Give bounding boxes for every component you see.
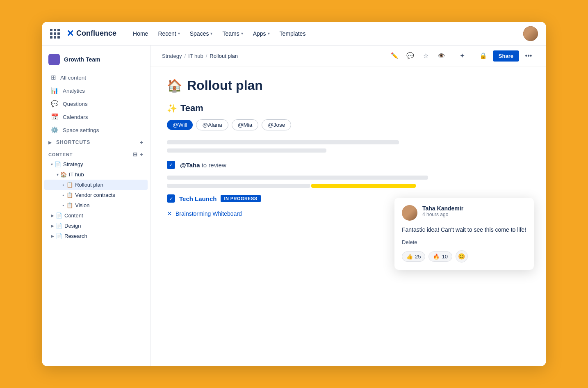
breadcrumb-bar: Strategy / IT hub / Rollout plan ✏️ 💬 ☆ … xyxy=(150,46,546,66)
analytics-icon: 📊 xyxy=(51,87,59,94)
bullet-icon: ● xyxy=(62,204,64,207)
comment-reactions: 👍 25 🔥 10 😊 xyxy=(402,250,526,262)
tree-item-ithub[interactable]: ▾ 🏠 IT hub xyxy=(44,169,148,180)
app-switcher-icon[interactable] xyxy=(50,29,60,39)
nav-apps[interactable]: Apps ▾ xyxy=(249,28,274,39)
tree-item-strategy[interactable]: ▾ 📄 Strategy xyxy=(44,159,148,169)
comment-avatar xyxy=(402,205,417,221)
settings-icon: ⚙️ xyxy=(51,126,59,134)
main-body: Growth Team ⊞ All content 📊 Analytics 💬 … xyxy=(42,46,546,366)
tag-jose[interactable]: @Jose xyxy=(262,119,291,130)
space-header: Growth Team xyxy=(42,51,150,71)
breadcrumb-current: Rollout plan xyxy=(210,53,238,59)
sparkle-icon[interactable]: ✦ xyxy=(456,50,469,62)
tag-alana[interactable]: @Alana xyxy=(196,119,228,130)
shortcuts-add-icon[interactable]: + xyxy=(140,139,144,146)
edit-icon[interactable]: ✏️ xyxy=(389,50,401,62)
tag-mia[interactable]: @Mia xyxy=(232,119,258,130)
share-button[interactable]: Share xyxy=(493,50,519,62)
chevron-down-icon: ▾ xyxy=(51,162,53,167)
toolbar-actions: ✏️ 💬 ☆ 👁️ ✦ 🔒 Share ••• xyxy=(389,50,535,62)
checkbox-tech-launch[interactable]: ✓ xyxy=(167,194,175,203)
comment-author: Taha Kandemir xyxy=(422,205,526,212)
chevron-down-icon: ▾ xyxy=(178,31,180,36)
shortcuts-row[interactable]: ▶ SHORTCUTS + xyxy=(42,137,150,148)
user-avatar[interactable] xyxy=(523,26,538,41)
sidebar-item-questions[interactable]: 💬 Questions xyxy=(44,97,148,110)
chevron-down-icon: ▾ xyxy=(268,31,270,36)
star-icon[interactable]: ☆ xyxy=(420,50,432,62)
page-title-row: 🏠 Rollout plan xyxy=(167,78,530,93)
space-name: Growth Team xyxy=(64,56,100,63)
nav-spaces[interactable]: Spaces ▾ xyxy=(186,28,217,39)
comment-time: 4 hours ago xyxy=(422,212,526,217)
team-tags: @Will @Alana @Mia @Jose xyxy=(167,119,530,130)
breadcrumb-ithub[interactable]: IT hub xyxy=(188,53,203,59)
nav-home[interactable]: Home xyxy=(129,28,152,39)
logo-text: Confluence xyxy=(76,29,116,38)
page-emoji: 🏠 xyxy=(167,78,182,93)
tag-will[interactable]: @Will xyxy=(167,120,193,130)
section-heading-team: ✨ Team xyxy=(167,103,530,114)
content-line-highlight xyxy=(167,184,428,188)
breadcrumb-sep: / xyxy=(206,53,207,59)
comment-popup: Taha Kandemir 4 hours ago Fantastic idea… xyxy=(394,198,534,270)
tech-launch-label[interactable]: Tech Launch xyxy=(179,195,217,202)
sidebar-item-analytics[interactable]: 📊 Analytics xyxy=(44,84,148,97)
space-icon xyxy=(48,54,60,65)
tree-item-research[interactable]: ▶ 📄 Research xyxy=(44,231,148,241)
page-content: 🏠 Rollout plan ✨ Team @Will @Alana @Mia … xyxy=(150,66,546,366)
content-line xyxy=(167,140,399,144)
nav-recent[interactable]: Recent ▾ xyxy=(154,28,184,39)
tree-item-vendor-contracts[interactable]: ● 📋 Vendor contracts xyxy=(44,190,148,200)
sidebar-item-all-content[interactable]: ⊞ All content xyxy=(44,71,148,84)
content-lines-1 xyxy=(167,140,530,153)
task-row-taha: ✓ @Taha to review xyxy=(167,161,530,169)
sparkle-emoji: ✨ xyxy=(167,103,177,113)
checkbox-taha[interactable]: ✓ xyxy=(167,161,175,169)
task-text-taha: @Taha to review xyxy=(180,162,226,169)
breadcrumb: Strategy / IT hub / Rollout plan xyxy=(162,53,238,59)
add-emoji-button[interactable]: 😊 xyxy=(456,250,468,262)
grid-icon: ⊞ xyxy=(51,74,56,81)
filter-icon[interactable]: ⊟ xyxy=(133,151,138,157)
sidebar: Growth Team ⊞ All content 📊 Analytics 💬 … xyxy=(42,46,150,366)
chevron-right-icon: ▶ xyxy=(51,213,54,218)
breadcrumb-sep: / xyxy=(184,53,186,59)
in-progress-badge: IN PROGRESS xyxy=(221,195,260,202)
tree-item-rollout-plan[interactable]: ● 📋 Rollout plan xyxy=(44,180,148,190)
chevron-down-icon: ▾ xyxy=(57,172,59,177)
bullet-icon: ● xyxy=(62,183,64,186)
comment-header: Taha Kandemir 4 hours ago xyxy=(402,205,526,221)
divider xyxy=(473,51,473,60)
breadcrumb-strategy[interactable]: Strategy xyxy=(162,53,182,59)
delete-button[interactable]: Delete xyxy=(402,239,526,245)
content-line-group xyxy=(167,176,530,188)
logo[interactable]: ✕ Confluence xyxy=(66,28,116,39)
nav-templates[interactable]: Templates xyxy=(276,28,310,39)
sidebar-item-space-settings[interactable]: ⚙️ Space settings xyxy=(44,123,148,137)
tree-item-vision[interactable]: ● 📋 Vision xyxy=(44,200,148,210)
add-content-icon[interactable]: + xyxy=(140,151,144,157)
divider xyxy=(452,51,452,60)
reaction-thumbsup[interactable]: 👍 25 xyxy=(402,251,425,262)
chevron-down-icon: ▾ xyxy=(241,31,243,36)
nav-teams[interactable]: Teams ▾ xyxy=(218,28,247,39)
more-options-icon[interactable]: ••• xyxy=(522,50,535,62)
chevron-right-icon: ▶ xyxy=(51,234,54,238)
chevron-down-icon: ▾ xyxy=(210,31,212,36)
tree-item-design[interactable]: ▶ 📄 Design xyxy=(44,221,148,231)
comment-icon[interactable]: 💬 xyxy=(404,50,417,62)
sidebar-item-calendars[interactable]: 📅 Calendars xyxy=(44,110,148,123)
bullet-icon: ● xyxy=(62,194,64,196)
chevron-right-icon: ▶ xyxy=(48,140,52,145)
content-section-header: CONTENT ⊟ + xyxy=(42,148,150,159)
calendar-icon: 📅 xyxy=(51,113,59,121)
whiteboard-icon: ✕ xyxy=(167,210,172,217)
lock-icon[interactable]: 🔒 xyxy=(477,50,490,62)
view-icon[interactable]: 👁️ xyxy=(435,50,448,62)
content-line xyxy=(167,148,326,153)
tree-item-content[interactable]: ▶ 📄 Content xyxy=(44,210,148,221)
comment-meta: Taha Kandemir 4 hours ago xyxy=(422,205,526,217)
reaction-fire[interactable]: 🔥 10 xyxy=(428,251,452,262)
